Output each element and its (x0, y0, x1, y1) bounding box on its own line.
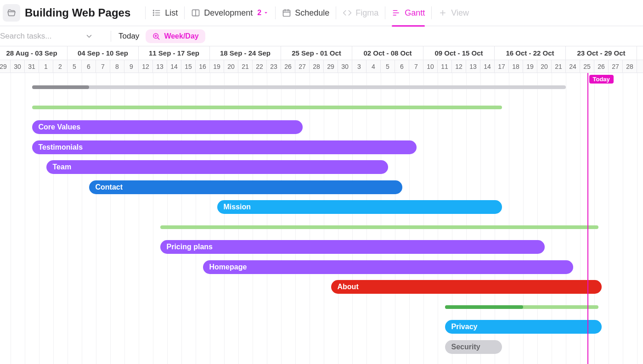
gantt-task-bar[interactable]: Contact (89, 180, 402, 194)
day-header-cell: 20 (537, 60, 552, 73)
today-button[interactable]: Today (118, 32, 139, 41)
day-header-cell: 19 (523, 60, 537, 73)
separator (431, 6, 432, 19)
week-header-cell: 02 Oct - 08 Oct (352, 46, 423, 60)
grid-line (124, 73, 125, 364)
grid-line (196, 73, 196, 364)
zoom-icon (152, 32, 160, 40)
separator (145, 6, 146, 19)
day-header-cell: 25 (580, 60, 594, 73)
separator (385, 6, 385, 19)
gantt-task-bar[interactable]: Security (445, 340, 502, 354)
folder-button[interactable] (3, 4, 20, 22)
tab-figma[interactable]: Figma (343, 0, 378, 26)
gantt-task-bar[interactable]: Core Values (32, 120, 303, 134)
grid-line (25, 73, 25, 364)
search-dropdown-button[interactable] (85, 32, 93, 40)
day-header-cell: 28 (623, 60, 637, 73)
gantt-task-label: Pricing plans (167, 243, 213, 251)
tab-badge[interactable]: 2 (257, 9, 269, 17)
gantt-task-bar[interactable]: Privacy (445, 320, 602, 334)
gantt-task-bar[interactable]: About (331, 280, 602, 294)
tab-development[interactable]: Development 2 (191, 0, 269, 26)
day-header-cell: 20 (224, 60, 238, 73)
timeline-days-row: 2930311256789121314151619202122232627282… (0, 60, 643, 73)
day-header-cell: 11 (438, 60, 452, 73)
board-icon (191, 8, 200, 17)
folder-open-icon (7, 8, 16, 17)
plus-icon (438, 8, 447, 17)
gantt-task-bar[interactable]: Pricing plans (160, 240, 545, 254)
today-marker-line (587, 73, 588, 364)
day-header-cell: 18 (509, 60, 523, 73)
tab-label: Figma (355, 8, 378, 18)
grid-line (110, 73, 111, 364)
grid-line (224, 73, 225, 364)
day-header-cell: 7 (409, 60, 423, 73)
gantt-group-rail[interactable] (160, 225, 599, 229)
gantt-task-bar[interactable]: Team (46, 160, 388, 174)
tab-label: List (165, 8, 178, 18)
gantt-task-label: About (338, 283, 359, 291)
tab-add-view[interactable]: View (438, 0, 469, 26)
grid-line (609, 73, 609, 364)
day-header-cell: 30 (11, 60, 25, 73)
day-header-cell: 22 (253, 60, 267, 73)
zoom-level-button[interactable]: Week/Day (146, 29, 205, 43)
separator (184, 6, 185, 19)
gantt-task-label: Privacy (451, 323, 478, 331)
gantt-task-label: Homepage (209, 263, 247, 271)
code-icon (343, 8, 352, 17)
gantt-group-rail[interactable] (32, 106, 502, 109)
day-header-cell: 12 (139, 60, 153, 73)
tab-list[interactable]: List (152, 0, 178, 26)
calendar-icon (282, 8, 291, 17)
grid-line (153, 73, 153, 364)
gantt-task-bar[interactable]: Homepage (203, 260, 573, 274)
grid-line (395, 73, 395, 364)
grid-line (367, 73, 367, 364)
day-header-cell: 21 (238, 60, 253, 73)
grid-line (637, 73, 637, 364)
grid-line (267, 73, 267, 364)
gantt-group-progress (445, 305, 524, 309)
separator (275, 6, 276, 19)
day-header-cell: 31 (25, 60, 39, 73)
gantt-group-rail[interactable] (445, 305, 599, 309)
day-header-cell: 17 (495, 60, 509, 73)
gantt-body[interactable]: Core ValuesTestimonialsTeamContactMissio… (0, 73, 643, 364)
tab-label: Schedule (295, 8, 329, 18)
grid-line (352, 73, 353, 364)
gantt-task-label: Security (451, 343, 480, 351)
day-header-cell: 13 (466, 60, 480, 73)
day-header-cell: 14 (167, 60, 181, 73)
search-wrap (0, 32, 103, 41)
tab-schedule[interactable]: Schedule (282, 0, 329, 26)
grid-line (253, 73, 253, 364)
tab-label: Development (204, 8, 253, 18)
grid-line (68, 73, 68, 364)
gantt-group-rail[interactable] (32, 85, 566, 89)
grid-line (96, 73, 96, 364)
day-header-cell: 14 (480, 60, 495, 73)
separator (111, 31, 111, 42)
search-input[interactable] (0, 32, 85, 41)
gantt-task-label: Testimonials (39, 143, 83, 151)
day-header-cell: 5 (381, 60, 395, 73)
week-header-cell: 11 Sep - 17 Sep (139, 46, 210, 60)
day-header-cell: 29 (0, 60, 11, 73)
grid-line (210, 73, 210, 364)
gantt-task-bar[interactable]: Testimonials (32, 140, 417, 154)
gantt-task-label: Core Values (39, 123, 81, 131)
topbar: Building Web Pages List Development 2 Sc… (0, 0, 643, 26)
grid-line (324, 73, 324, 364)
day-header-cell: 27 (295, 60, 310, 73)
grid-line (281, 73, 282, 364)
caret-down-icon (263, 10, 269, 16)
week-header-cell: 09 Oct - 15 Oct (423, 46, 495, 60)
gantt-group-progress (32, 85, 89, 89)
tab-gantt[interactable]: Gantt (392, 0, 425, 26)
tab-label: View (451, 8, 469, 18)
day-header-cell: 15 (181, 60, 196, 73)
gantt-task-bar[interactable]: Mission (217, 200, 502, 214)
